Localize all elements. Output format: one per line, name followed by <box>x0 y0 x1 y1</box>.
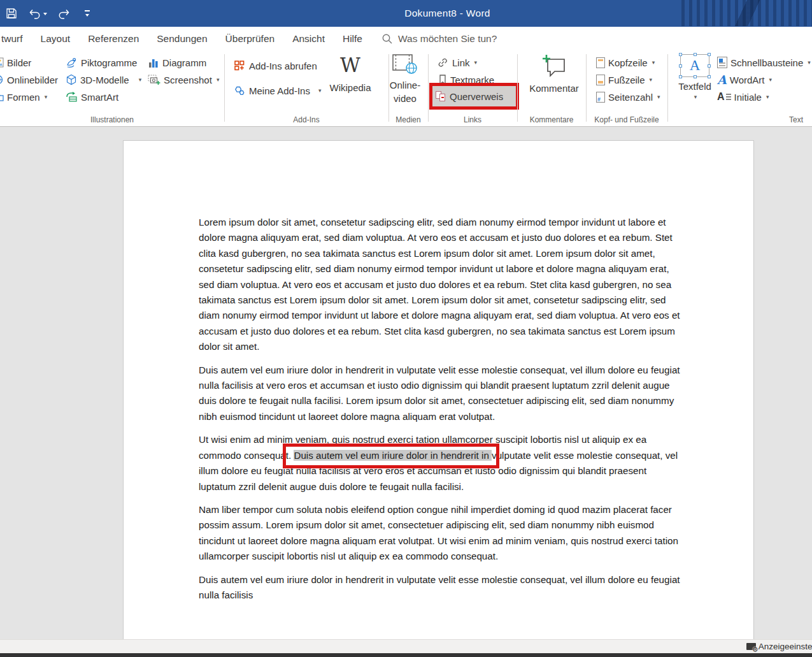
wordart-caret-icon: ▾ <box>769 76 772 83</box>
ribbon-tab-row: twurf Layout Referenzen Sendungen Überpr… <box>0 27 812 50</box>
online-video-icon <box>392 54 418 75</box>
schnellbausteine-caret-icon: ▾ <box>808 59 811 66</box>
group-divider <box>586 54 587 122</box>
search-icon <box>381 33 393 45</box>
word-window: Dokument8 - Word twurf Layout Referenzen… <box>0 0 812 657</box>
tab-ansicht[interactable]: Ansicht <box>292 33 325 45</box>
status-bar <box>0 639 812 653</box>
diagramm-button[interactable]: Diagramm <box>148 55 206 69</box>
formen-label: Formen <box>7 92 40 103</box>
shapes-icon <box>0 92 4 102</box>
wikipedia-button[interactable]: W Wikipedia <box>318 54 382 93</box>
header-icon <box>596 57 605 68</box>
wordart-button[interactable]: A WordArt ▾ <box>717 73 772 87</box>
my-addins-icon <box>233 85 246 97</box>
quick-access-toolbar <box>5 0 90 27</box>
chart-icon <box>148 57 159 68</box>
group-label-links: Links <box>428 115 517 124</box>
selected-text[interactable]: Duis autem vel eum iriure dolor in hendr… <box>294 450 492 461</box>
tab-sendungen[interactable]: Sendungen <box>157 33 207 45</box>
seitenzahl-button[interactable]: # Seitenzahl ▾ <box>596 90 660 104</box>
document-text: Lorem ipsum dolor sit amet, consetetur s… <box>199 215 681 610</box>
get-addins-icon <box>233 59 246 72</box>
kommentar-button[interactable]: Kommentar <box>524 54 585 94</box>
seitenzahl-caret-icon: ▾ <box>657 94 660 100</box>
onlinebilder-label: Onlinebilder <box>7 75 58 85</box>
cross-reference-icon <box>436 91 446 102</box>
document-page[interactable]: Lorem ipsum dolor sit amet, consetetur s… <box>123 140 754 639</box>
group-label-text: Text <box>751 115 812 124</box>
tab-hilfe[interactable]: Hilfe <box>343 33 362 45</box>
screenshot-camera-icon <box>148 74 160 85</box>
group-divider <box>667 54 668 122</box>
link-chain-icon <box>437 57 449 68</box>
new-comment-icon <box>540 54 568 79</box>
fusszeile-label: Fußzeile <box>608 75 645 85</box>
meine-addins-button[interactable]: Meine Add-Ins ▾ <box>233 83 321 97</box>
display-settings-button[interactable]: ⚙ Anzeigeeinstellu <box>746 640 812 653</box>
3d-cube-icon <box>66 74 77 85</box>
wikipedia-w-icon: W <box>340 54 360 76</box>
bilder-label: Bilder <box>7 57 31 68</box>
initiale-button[interactable]: A Initiale ▾ <box>717 90 769 104</box>
querverweis-button-annotated[interactable]: Querverweis <box>429 83 519 110</box>
undo-icon <box>28 8 41 20</box>
save-icon <box>5 7 18 20</box>
tell-me-label: Was möchten Sie tun? <box>398 33 497 45</box>
taskbar-strip <box>0 653 812 657</box>
display-settings-icon: ⚙ <box>746 643 756 650</box>
tab-ueberpruefen[interactable]: Überprüfen <box>225 33 275 45</box>
group-divider <box>224 54 225 122</box>
wordart-icon: A <box>717 74 727 86</box>
tab-entwurf[interactable]: twurf <box>1 33 23 45</box>
onlinevideo-button[interactable]: Online- video <box>386 54 424 105</box>
save-button[interactable] <box>5 7 18 20</box>
group-divider <box>428 54 429 122</box>
onlinebilder-button[interactable]: Onlinebilder <box>0 73 58 87</box>
smartart-button[interactable]: SmartArt <box>66 90 118 104</box>
formen-button[interactable]: Formen ▾ <box>0 90 47 104</box>
undo-dropdown-caret[interactable] <box>43 13 47 15</box>
onlinevideo-label-line2: video <box>394 92 417 105</box>
titlebar-decoration <box>681 0 812 26</box>
textfeld-button[interactable]: A Textfeld ▾ <box>678 54 712 100</box>
3d-modelle-button[interactable]: 3D-Modelle ▾ <box>66 73 141 87</box>
drop-cap-icon: A <box>717 92 731 102</box>
schnellbausteine-label: Schnellbausteine <box>730 57 803 68</box>
seitenzahl-label: Seitenzahl <box>608 92 653 103</box>
fusszeile-button[interactable]: Fußzeile ▾ <box>596 73 652 87</box>
tab-layout[interactable]: Layout <box>41 33 71 45</box>
redo-icon <box>57 8 71 20</box>
tell-me-search[interactable]: Was möchten Sie tun? <box>381 33 497 45</box>
textfeld-label: Textfeld <box>678 81 711 92</box>
group-divider <box>517 54 518 122</box>
document-canvas: Lorem ipsum dolor sit amet, consetetur s… <box>0 127 812 639</box>
piktogramme-button[interactable]: Piktogramme <box>66 55 137 69</box>
paragraph-2: Duis autem vel eum iriure dolor in hendr… <box>199 363 681 425</box>
querverweis-label: Querverweis <box>450 91 503 102</box>
textbox-icon: A <box>680 54 709 77</box>
formen-caret-icon: ▾ <box>45 94 48 100</box>
paragraph-1: Lorem ipsum dolor sit amet, consetetur s… <box>199 215 681 355</box>
undo-button[interactable] <box>28 8 47 20</box>
kopfzeile-button[interactable]: Kopfzeile ▾ <box>596 55 655 69</box>
bilder-button[interactable]: Bilder <box>0 55 31 69</box>
link-caret-icon: ▾ <box>474 59 478 66</box>
tab-referenzen[interactable]: Referenzen <box>88 33 139 45</box>
redo-button[interactable] <box>57 8 71 20</box>
link-button[interactable]: Link ▾ <box>437 55 477 69</box>
quick-parts-icon <box>717 57 727 68</box>
diagramm-label: Diagramm <box>162 57 206 68</box>
piktogramme-label: Piktogramme <box>81 57 137 68</box>
screenshot-label: Screenshot <box>164 75 212 85</box>
screenshot-button[interactable]: Screenshot ▾ <box>148 73 219 87</box>
picture-icon <box>0 57 4 68</box>
addins-abrufen-button[interactable]: Add-Ins abrufen <box>233 59 317 73</box>
schnellbausteine-button[interactable]: Schnellbausteine ▾ <box>717 55 811 69</box>
initiale-caret-icon: ▾ <box>766 94 769 100</box>
paragraph-5: Duis autem vel eum iriure dolor in hendr… <box>199 572 681 603</box>
screenshot-caret-icon: ▾ <box>217 76 220 83</box>
group-label-medien: Medien <box>388 115 428 124</box>
paragraph-4: Nam liber tempor cum soluta nobis eleife… <box>199 502 681 565</box>
group-label-addins: Add-Ins <box>224 115 388 124</box>
